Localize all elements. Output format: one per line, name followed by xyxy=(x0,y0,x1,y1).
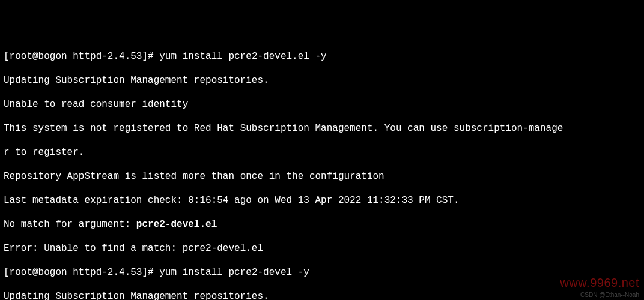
terminal-line: Updating Subscription Management reposit… xyxy=(4,290,640,300)
nomatch-argument: pcre2-devel.el xyxy=(136,219,217,230)
terminal-line: [root@bogon httpd-2.4.53]# yum install p… xyxy=(4,266,640,278)
shell-prompt: [root@bogon httpd-2.4.53]# xyxy=(4,267,159,278)
terminal-line: Last metadata expiration check: 0:16:54 … xyxy=(4,194,640,206)
command-text[interactable]: yum install pcre2-devel.el -y xyxy=(159,51,326,62)
terminal-line: Repository AppStream is listed more than… xyxy=(4,170,640,182)
nomatch-prefix: No match for argument: xyxy=(4,219,136,230)
terminal-line: Updating Subscription Management reposit… xyxy=(4,74,640,86)
terminal-line: No match for argument: pcre2-devel.el xyxy=(4,218,640,230)
terminal-line: r to register. xyxy=(4,146,640,158)
terminal-line: This system is not registered to Red Hat… xyxy=(4,122,640,134)
terminal-line: [root@bogon httpd-2.4.53]# yum install p… xyxy=(4,50,640,62)
terminal-line: Unable to read consumer identity xyxy=(4,98,640,110)
shell-prompt: [root@bogon httpd-2.4.53]# xyxy=(4,51,159,62)
terminal-line: Error: Unable to find a match: pcre2-dev… xyxy=(4,242,640,254)
command-text[interactable]: yum install pcre2-devel -y xyxy=(159,267,309,278)
